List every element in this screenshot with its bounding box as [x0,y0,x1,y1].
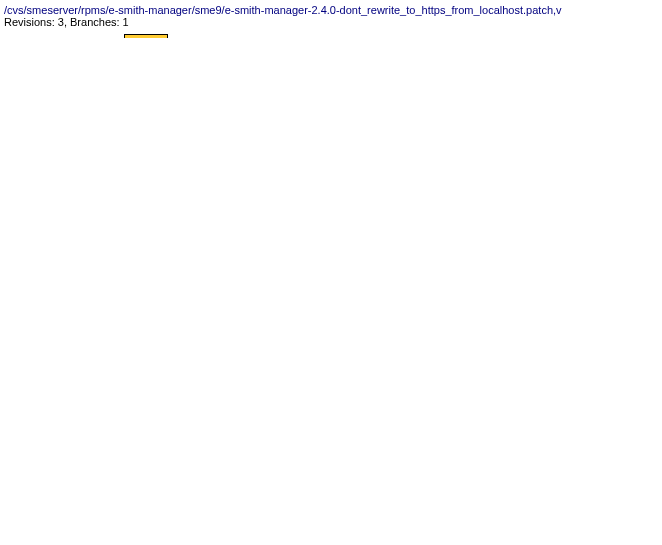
branch-rev: 1 [125,36,167,38]
branch-node-main: 1 MAIN [124,34,168,38]
file-path: /cvs/smeserver/rpms/e-smith-manager/sme9… [4,4,658,16]
revision-summary: Revisions: 3, Branches: 1 [4,16,658,28]
